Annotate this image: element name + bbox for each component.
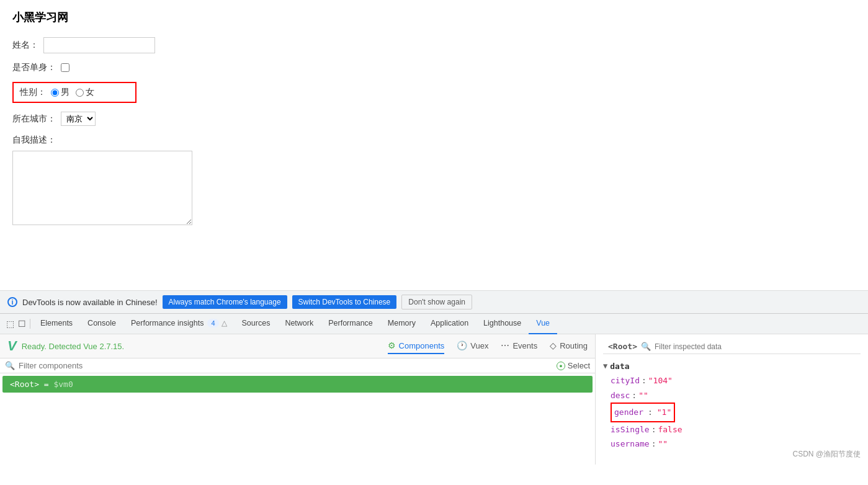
city-label: 所在城市： — [12, 113, 56, 125]
root-vm-text: $vm0 — [53, 380, 73, 389]
gender-male-option[interactable]: 男 — [51, 87, 69, 98]
value-gender: "1" — [657, 405, 671, 419]
devtools-tabs-bar: ⬚ ☐ Elements Console Performance insight… — [0, 313, 868, 334]
gender-male-radio[interactable] — [51, 89, 59, 97]
select-button-icon: ● — [557, 362, 565, 370]
vue-tab-events-label: Events — [512, 341, 537, 350]
colon-username: : — [651, 437, 656, 451]
tab-console[interactable]: Console — [80, 313, 123, 334]
data-row-desc: desc : "" — [603, 388, 861, 403]
switch-devtools-button[interactable]: Switch DevTools to Chinese — [292, 295, 397, 309]
tab-sources-label: Sources — [242, 319, 271, 327]
tab-console-label: Console — [87, 319, 116, 327]
key-username: username — [611, 437, 650, 451]
gender-female-radio[interactable] — [76, 89, 84, 97]
root-component-item[interactable]: <Root> = $vm0 — [2, 376, 593, 393]
vue-tab-routing-label: Routing — [560, 341, 588, 350]
always-match-button[interactable]: Always match Chrome's language — [163, 295, 287, 309]
performance-insights-badge: 4 — [207, 319, 218, 327]
tab-performance-insights-label: Performance insights — [131, 319, 204, 327]
vue-tab-events[interactable]: ⋯ Events — [501, 338, 537, 354]
value-cityId: "104" — [648, 373, 673, 388]
devtools-panel: V Ready. Detected Vue 2.7.15. ⚙ Componen… — [0, 334, 868, 465]
right-root-tag: <Root> — [608, 342, 637, 351]
vue-logo: V — [7, 338, 17, 354]
desc-textarea[interactable] — [12, 151, 192, 225]
info-icon: i — [7, 297, 17, 307]
right-search-icon: 🔍 — [641, 342, 651, 351]
tab-lighthouse-label: Lighthouse — [483, 319, 521, 327]
tab-vue[interactable]: Vue — [529, 313, 557, 334]
single-row: 是否单身： — [12, 62, 856, 73]
desc-label: 自我描述： — [12, 135, 56, 146]
notification-text: DevTools is now available in Chinese! — [22, 298, 158, 307]
left-panel: V Ready. Detected Vue 2.7.15. ⚙ Componen… — [0, 334, 596, 465]
tab-network-label: Network — [285, 319, 313, 327]
performance-insights-icon: △ — [221, 319, 227, 327]
filter-components-input[interactable] — [19, 361, 553, 370]
components-icon: ⚙ — [388, 340, 396, 350]
vue-tab-components-label: Components — [399, 341, 445, 350]
data-section-label: data — [610, 359, 629, 373]
tab-application-label: Application — [431, 319, 468, 327]
value-desc: "" — [638, 388, 648, 403]
select-button[interactable]: ● Select — [557, 361, 590, 370]
tab-elements-label: Elements — [40, 319, 73, 327]
tab-elements[interactable]: Elements — [33, 313, 80, 334]
csdn-watermark: CSDN @渔阳节度使 — [792, 449, 861, 460]
gender-female-label: 女 — [86, 87, 94, 98]
vue-header-tabs: ⚙ Components 🕐 Vuex ⋯ Events ◇ Routing — [388, 338, 588, 354]
filter-inspected-input[interactable] — [655, 342, 856, 351]
data-row-isSingle: isSingle : false — [603, 422, 861, 437]
vue-tab-routing[interactable]: ◇ Routing — [550, 338, 588, 354]
devtools-cursor-icon[interactable]: ⬚ — [2, 319, 18, 329]
name-input[interactable] — [43, 37, 155, 53]
vue-tab-vuex-label: Vuex — [470, 341, 488, 350]
vue-tab-vuex[interactable]: 🕐 Vuex — [457, 338, 488, 354]
routing-icon: ◇ — [550, 340, 557, 350]
tab-memory[interactable]: Memory — [380, 313, 423, 334]
tab-performance-insights[interactable]: Performance insights 4 △ — [123, 313, 235, 334]
gender-female-option[interactable]: 女 — [76, 87, 94, 98]
gender-label: 性别： — [20, 87, 46, 98]
tab-sources[interactable]: Sources — [235, 313, 278, 334]
key-cityId: cityId — [611, 373, 640, 388]
value-username: "" — [658, 437, 668, 451]
collapse-arrow[interactable]: ▼ — [603, 360, 607, 373]
tab-lighthouse[interactable]: Lighthouse — [476, 313, 529, 334]
gender-highlight: gender : "1" — [611, 403, 675, 422]
key-desc: desc — [611, 388, 630, 403]
single-label: 是否单身： — [12, 62, 56, 73]
name-label: 姓名： — [12, 40, 38, 51]
colon-isSingle: : — [651, 422, 656, 437]
tab-network[interactable]: Network — [277, 313, 321, 334]
data-row-gender: gender : "1" — [603, 403, 861, 422]
vue-tab-components[interactable]: ⚙ Components — [388, 338, 445, 354]
city-row: 所在城市： 南京 上海 北京 广州 — [12, 112, 856, 126]
events-icon: ⋯ — [501, 340, 509, 350]
colon-cityId: : — [642, 373, 647, 388]
gender-section: 性别： 男 女 — [12, 82, 136, 103]
tab-application[interactable]: Application — [423, 313, 476, 334]
single-checkbox[interactable] — [61, 63, 69, 72]
city-select[interactable]: 南京 上海 北京 广州 — [61, 112, 96, 126]
right-panel: <Root> 🔍 ▼ data cityId : "104" desc : "" — [596, 334, 868, 465]
devtools-notification-bar: i DevTools is now available in Chinese! … — [0, 290, 868, 313]
value-isSingle: false — [658, 422, 682, 437]
colon-desc: : — [632, 388, 637, 403]
select-circle-inner: ● — [559, 363, 562, 369]
tab-vue-label: Vue — [536, 319, 550, 327]
data-section-row: ▼ data — [603, 359, 861, 373]
tab-performance-label: Performance — [328, 319, 373, 327]
tab-performance[interactable]: Performance — [321, 313, 380, 334]
data-row-cityId: cityId : "104" — [603, 373, 861, 388]
gender-options: 男 女 — [51, 87, 94, 98]
dont-show-button[interactable]: Don't show again — [401, 295, 472, 309]
right-filter-bar: <Root> 🔍 — [603, 339, 861, 354]
key-gender: gender — [614, 405, 643, 419]
devtools-inspect-icon[interactable]: ☐ — [18, 319, 30, 329]
vue-header: V Ready. Detected Vue 2.7.15. ⚙ Componen… — [0, 334, 595, 358]
gender-row: 性别： 男 女 — [12, 82, 856, 103]
gender-male-label: 男 — [61, 87, 69, 98]
desc-row: 自我描述： — [12, 135, 856, 225]
